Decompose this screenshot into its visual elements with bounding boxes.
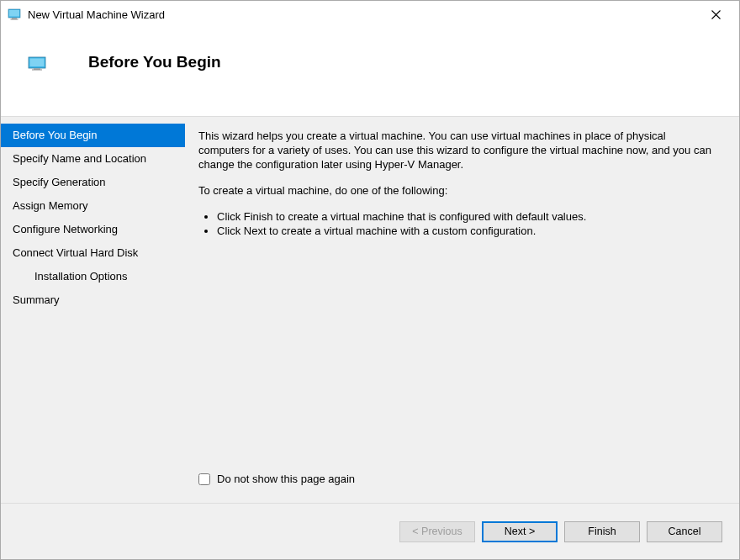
page-icon (28, 56, 46, 71)
intro-text: This wizard helps you create a virtual m… (198, 129, 719, 172)
bullet-item: Click Next to create a virtual machine w… (217, 224, 719, 238)
svg-rect-1 (9, 10, 19, 17)
app-icon (8, 8, 21, 21)
page-title: Before You Begin (88, 53, 221, 71)
bullet-list: Click Finish to create a virtual machine… (198, 209, 719, 238)
window-title: New Virtual Machine Wizard (28, 8, 699, 21)
cancel-button[interactable]: Cancel (647, 521, 722, 542)
dont-show-again-label: Do not show this page again (217, 472, 355, 486)
wizard-footer: < Previous Next > Finish Cancel (1, 504, 739, 559)
dont-show-again-row[interactable]: Do not show this page again (198, 472, 719, 486)
finish-button[interactable]: Finish (564, 521, 640, 542)
instruction-text: To create a virtual machine, do one of t… (198, 183, 719, 198)
wizard-step[interactable]: Specify Name and Location (1, 147, 185, 171)
wizard-header: Before You Begin (1, 28, 739, 116)
wizard-step[interactable]: Installation Options (1, 265, 185, 288)
wizard-body: Before You BeginSpecify Name and Locatio… (1, 116, 739, 504)
close-icon (711, 10, 721, 19)
wizard-step[interactable]: Before You Begin (1, 124, 185, 147)
svg-rect-7 (30, 59, 45, 67)
wizard-step[interactable]: Specify Generation (1, 171, 185, 194)
wizard-step[interactable]: Connect Virtual Hard Disk (1, 241, 185, 265)
svg-rect-9 (32, 70, 42, 71)
close-button[interactable] (699, 1, 732, 28)
previous-button: < Previous (399, 521, 475, 542)
titlebar: New Virtual Machine Wizard (1, 1, 739, 28)
bullet-item: Click Finish to create a virtual machine… (217, 209, 719, 224)
wizard-content: This wizard helps you create a virtual m… (185, 117, 739, 503)
wizard-step[interactable]: Summary (1, 288, 185, 312)
wizard-step[interactable]: Assign Memory (1, 194, 185, 218)
svg-rect-3 (11, 19, 18, 20)
wizard-sidebar: Before You BeginSpecify Name and Locatio… (1, 117, 185, 503)
dont-show-again-checkbox[interactable] (198, 473, 210, 485)
wizard-step[interactable]: Configure Networking (1, 218, 185, 241)
next-button[interactable]: Next > (482, 521, 558, 542)
